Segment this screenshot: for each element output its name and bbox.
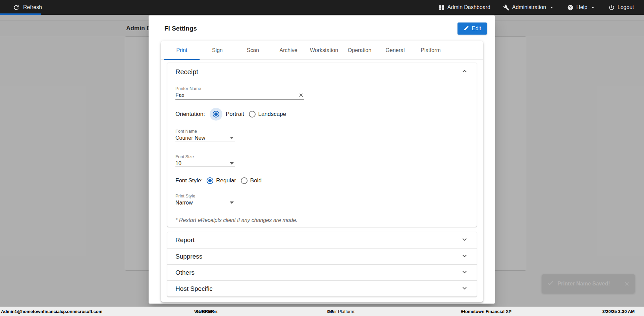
radio-portrait[interactable] [213, 111, 219, 118]
font-name-select[interactable]: Courier New [175, 135, 235, 141]
nav-label: Logout [618, 4, 634, 10]
printer-name-label: Printer Name [175, 86, 469, 91]
print-style-value: Narrow [175, 200, 230, 206]
orientation-field: Orientation: Portrait Landscape [175, 108, 469, 121]
edit-button[interactable]: Edit [458, 22, 487, 35]
chevron-up-icon[interactable] [461, 67, 469, 77]
refresh-icon [13, 4, 20, 11]
dialog-header: FI Settings Edit [149, 15, 495, 41]
statusbar: Admin1@hometownfinancialxp.onmicrosoft.c… [0, 307, 644, 316]
accordion-report[interactable]: Report [167, 232, 477, 248]
dropdown-arrow-icon [230, 137, 234, 139]
printer-name-input[interactable]: Fax [175, 91, 304, 100]
font-size-select[interactable]: 10 [175, 160, 235, 167]
section-title: Others [175, 269, 195, 276]
topbar-nav: Admin Dashboard Administration Help [438, 4, 644, 11]
section-title: Host Specific [175, 285, 213, 292]
accordion-others[interactable]: Others [167, 264, 477, 280]
restart-note: * Restart eReceipts client if any change… [175, 217, 469, 223]
nav-label: Admin Dashboard [447, 4, 490, 10]
screen: Admin Dashboard Printer Name Saved! Refr… [0, 0, 644, 316]
fi-settings-dialog: FI Settings Edit Print Sign Scan Archive… [149, 15, 495, 304]
refresh-label: Refresh [23, 4, 42, 10]
radio-bold[interactable] [241, 177, 248, 184]
tab-scan[interactable]: Scan [235, 41, 271, 60]
chevron-down-icon [461, 235, 469, 245]
tab-platform[interactable]: Platform [413, 41, 448, 60]
nav-label: Help [576, 4, 587, 10]
printer-name-field: Printer Name Fax [175, 86, 469, 100]
nav-admin-dashboard[interactable]: Admin Dashboard [438, 4, 490, 11]
wrench-icon [503, 4, 509, 11]
settings-card: Print Sign Scan Archive Workstation Oper… [161, 41, 483, 302]
radio-regular[interactable] [207, 177, 213, 184]
chevron-down-icon [461, 252, 469, 261]
tab-sign[interactable]: Sign [200, 41, 235, 60]
status-teller-platform: Teller Platform: XP [326, 307, 333, 316]
status-workstation-label: Workstation: [194, 307, 218, 316]
radio-regular-label[interactable]: Regular [216, 177, 236, 184]
tab-operation[interactable]: Operation [342, 41, 377, 60]
font-size-value: 10 [175, 161, 230, 167]
radio-halo [210, 108, 222, 121]
chevron-down-icon [590, 5, 596, 10]
tab-general[interactable]: General [377, 41, 413, 60]
status-fi-label: FI: [461, 307, 466, 316]
status-fi-value: Hometown Financial XP [462, 309, 512, 314]
dashboard-icon [438, 4, 445, 11]
edit-button-label: Edit [472, 26, 481, 32]
font-name-label: Font Name [175, 129, 469, 134]
print-style-select[interactable]: Narrow [175, 199, 235, 206]
pencil-icon [464, 25, 469, 32]
status-fi: FI: Hometown Financial XP [461, 307, 512, 316]
accordion-suppress[interactable]: Suppress [167, 248, 477, 264]
status-workstation: Workstation: KURRER [194, 307, 214, 316]
radio-portrait-label[interactable]: Portrait [226, 111, 244, 118]
font-style-label: Font Style: [175, 177, 203, 184]
dropdown-arrow-icon [230, 201, 234, 204]
chevron-down-icon [461, 268, 469, 277]
section-title: Receipt [175, 68, 198, 76]
orientation-label: Orientation: [175, 111, 205, 118]
chevron-down-icon [461, 284, 469, 294]
chevron-down-icon [549, 5, 554, 10]
print-style-label: Print Style [175, 193, 469, 198]
dropdown-arrow-icon [230, 162, 234, 165]
nav-administration[interactable]: Administration [503, 4, 554, 11]
tab-workstation[interactable]: Workstation [306, 41, 342, 60]
refresh-button[interactable]: Refresh [0, 4, 42, 11]
dialog-title: FI Settings [164, 25, 197, 32]
font-size-label: Font Size [175, 154, 469, 159]
font-style-field: Font Style: Regular Bold [175, 176, 469, 186]
section-title: Suppress [175, 253, 202, 260]
nav-help[interactable]: Help [567, 4, 596, 11]
accordion-area: Receipt Printer Name Fax [161, 60, 483, 302]
receipt-body: Printer Name Fax Orientation: [167, 81, 477, 227]
accordion-receipt: Receipt Printer Name Fax [167, 63, 477, 227]
font-name-value: Courier New [175, 135, 230, 141]
status-teller-platform-label: Teller Platform: [326, 307, 356, 316]
radio-landscape-label[interactable]: Landscape [258, 111, 286, 118]
printer-name-value: Fax [175, 92, 298, 98]
font-name-field: Font Name Courier New [175, 129, 469, 141]
accordion-host-specific[interactable]: Host Specific [167, 280, 477, 297]
status-user: Admin1@hometownfinancialxp.onmicrosoft.c… [1, 307, 102, 316]
radio-bold-label[interactable]: Bold [250, 177, 262, 184]
font-size-field: Font Size 10 [175, 154, 469, 167]
nav-label: Administration [512, 4, 546, 10]
active-indicator-strip [0, 13, 41, 15]
tabbar: Print Sign Scan Archive Workstation Oper… [161, 41, 483, 60]
help-icon [567, 4, 574, 11]
topbar: Refresh Admin Dashboard Administration [0, 0, 644, 15]
tab-archive[interactable]: Archive [271, 41, 306, 60]
tab-print[interactable]: Print [164, 41, 200, 60]
accordion-receipt-header[interactable]: Receipt [167, 63, 477, 81]
power-icon [608, 4, 615, 11]
collapsed-sections: Report Suppress Others [167, 232, 477, 297]
radio-landscape[interactable] [249, 111, 256, 118]
section-title: Report [175, 236, 195, 244]
status-datetime: 3/20/25 3:30 AM [602, 307, 635, 316]
nav-logout[interactable]: Logout [608, 4, 634, 11]
clear-icon[interactable] [298, 92, 304, 98]
print-style-field: Print Style Narrow [175, 193, 469, 206]
